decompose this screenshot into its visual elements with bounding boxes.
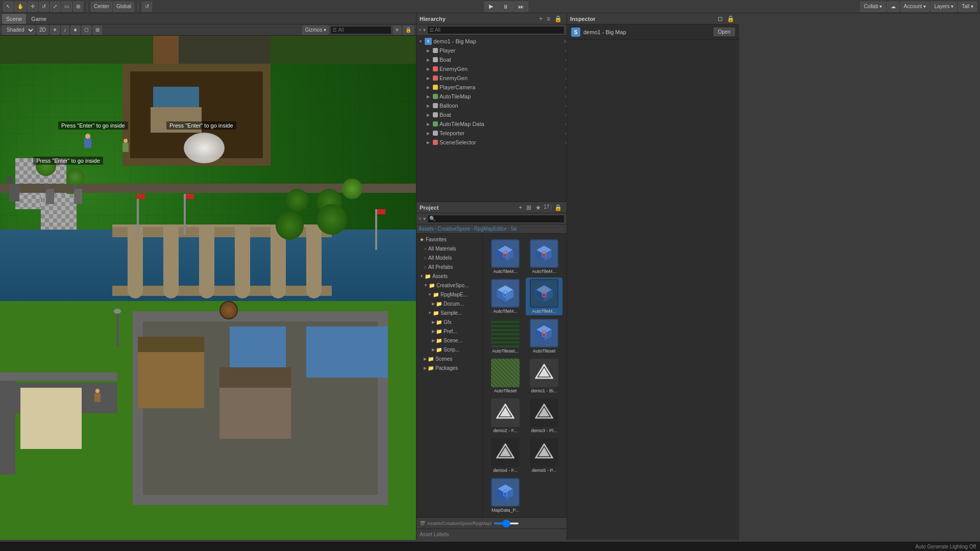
hierarchy-lock-btn[interactable]: 🔒	[553, 15, 564, 22]
asset-autotilem-2[interactable]: {} AutoTileM...	[526, 238, 562, 276]
hierarchy-scene-root[interactable]: ▼ S demo1 - Big Map ≡	[416, 37, 567, 46]
breadcrumb-sa[interactable]: Sa	[510, 226, 517, 232]
hierarchy-enemygen2-label: EnemyGen	[439, 75, 468, 81]
audio-btn[interactable]: ♪	[61, 26, 69, 35]
asset-mapdata[interactable]: {} MapData_P...	[487, 477, 524, 514]
autotilemap-arrow: ▶	[427, 94, 433, 99]
ptree-scenes-root[interactable]: ▶ 📁 Scenes	[416, 354, 482, 363]
hierarchy-item-boat1[interactable]: ▶ Boat ›	[416, 55, 567, 64]
inspector-debug-btn[interactable]: ⊡	[716, 15, 724, 22]
scene-tab[interactable]: Scene	[2, 14, 26, 24]
scene-canvas[interactable]: Press "Enter" to go inside Press "Enter"…	[0, 36, 416, 540]
shaded-dropdown[interactable]: Shaded	[2, 26, 35, 35]
asset-autotileset-cube[interactable]: {} AutoTileset	[526, 317, 562, 355]
scene-search-input[interactable]	[330, 26, 391, 34]
project-lock-btn[interactable]: 🔒	[553, 204, 564, 211]
account-btn[interactable]: Account ▾	[900, 2, 930, 12]
asset-autotilem-3[interactable]: {} AutoTileM...	[487, 278, 524, 315]
center-btn[interactable]: Center	[91, 2, 112, 12]
gfx-arrow: ▶	[432, 320, 435, 324]
ptree-all-materials[interactable]: ○ All Materials	[416, 244, 482, 253]
hierarchy-item-playercamera[interactable]: ▶ PlayerCamera ›	[416, 83, 567, 92]
asset-thumb-10	[530, 398, 558, 427]
hierarchy-search-input[interactable]	[427, 26, 565, 34]
top-toolbar: ↖ ✋ ✛ ↺ ⤢ ▭ ⊞ Center Global ↺ ▶ ⏸ ⏭ Coll…	[0, 0, 980, 13]
ptree-favorites[interactable]: ★ Favorites	[416, 235, 482, 244]
hierarchy-item-autotilemap[interactable]: ▶ AutoTileMap ›	[416, 92, 567, 101]
asset-demo3[interactable]: demo3 - Pl...	[526, 397, 562, 435]
pause-btn[interactable]: ⏸	[498, 2, 513, 12]
ptree-assets[interactable]: ▼ 📁 Assets	[416, 271, 482, 281]
asset-autotilem-4[interactable]: {} AutoTileM...	[526, 278, 562, 315]
hierarchy-item-enemygen2[interactable]: ▶ EnemyGen ›	[416, 73, 567, 83]
ptree-scripts[interactable]: ▶ 📁 Scrip...	[416, 345, 482, 354]
ptree-prefabs[interactable]: ▶ 📁 Pref...	[416, 327, 482, 336]
hand-tool[interactable]: ✋	[14, 2, 27, 12]
scene-options-btn[interactable]: ≡	[393, 26, 401, 35]
hierarchy-scene-label: demo1 - Big Map	[433, 38, 476, 44]
asset-autotilem-1[interactable]: {} AutoTileM...	[487, 238, 524, 276]
asset-demo2[interactable]: demo2 - F...	[487, 397, 524, 435]
step-btn[interactable]: ⏭	[513, 2, 528, 12]
breadcrumb-creativespore[interactable]: CreativeSpore	[437, 226, 470, 232]
cloud-btn[interactable]: ☁	[887, 2, 899, 12]
ptree-samples[interactable]: ▼ 📁 Sample...	[416, 308, 482, 317]
effects-btn[interactable]: ★	[70, 26, 80, 35]
asset-autotileset-texture[interactable]: AutoTileset...	[487, 317, 524, 355]
project-star-btn[interactable]: ★	[534, 204, 543, 211]
scale-tool[interactable]: ⤢	[50, 2, 60, 12]
ptree-creativespore[interactable]: ▼ 📁 CreativeSpo...	[416, 281, 482, 290]
breadcrumb-assets[interactable]: Assets	[419, 226, 434, 232]
asset-demo5[interactable]: demo5 - P...	[526, 437, 562, 474]
extra-tool[interactable]: ↺	[142, 2, 152, 12]
project-search-input[interactable]	[427, 215, 565, 223]
rect-tool[interactable]: ▭	[61, 2, 72, 12]
light-btn[interactable]: ☀	[50, 26, 60, 35]
tall-btn[interactable]: Tall ▾	[958, 2, 977, 12]
custom-tool[interactable]: ⊞	[73, 2, 83, 12]
breadcrumb-rpgmapeditor[interactable]: RpgMapEditor	[474, 226, 507, 232]
ptree-gfx[interactable]: ▶ 📁 Gfx	[416, 317, 482, 327]
ptree-documents[interactable]: ▶ 📁 Docum...	[416, 299, 482, 308]
scene-tab-bar: Scene Game	[0, 13, 416, 24]
hierarchy-item-boat2[interactable]: ▶ Boat ›	[416, 110, 567, 119]
play-btn[interactable]: ▶	[484, 2, 498, 12]
ptree-all-models[interactable]: ○ All Models	[416, 253, 482, 262]
hierarchy-item-sceneselector[interactable]: ▶ SceneSelector ›	[416, 138, 567, 147]
project-add-btn[interactable]: +	[517, 204, 524, 211]
nav-btn[interactable]: ⬡	[82, 26, 91, 35]
scene-lock-btn[interactable]: 🔒	[403, 26, 414, 35]
asset-autotileset-texture2[interactable]: AutoTileset	[487, 357, 524, 395]
ptree-all-prefabs[interactable]: ○ All Prefabs	[416, 262, 482, 271]
all-prefabs-label: All Prefabs	[428, 264, 453, 270]
layers-btn[interactable]: Layers ▾	[930, 2, 957, 12]
move-tool[interactable]: ✛	[28, 2, 38, 12]
game-tab[interactable]: Game	[27, 14, 51, 24]
global-btn[interactable]: Global	[113, 2, 134, 12]
hierarchy-add-btn[interactable]: +	[537, 15, 544, 22]
zoom-slider[interactable]	[494, 522, 519, 524]
inspector-object-name: demo1 - Big Map	[583, 29, 626, 35]
svg-text:{}: {}	[542, 249, 547, 258]
2d-btn[interactable]: 2D	[37, 26, 48, 35]
ptree-packages[interactable]: ▶ 📁 Packages	[416, 363, 482, 372]
rotate-tool[interactable]: ↺	[39, 2, 49, 12]
gizmos-btn[interactable]: Gizmos ▾	[302, 26, 329, 35]
extra-btn[interactable]: ⊞	[93, 26, 102, 35]
inspector-lock-btn[interactable]: 🔒	[725, 15, 736, 22]
hierarchy-item-autotilemapdata[interactable]: ▶ AutoTileMap Data ›	[416, 119, 567, 129]
asset-demo4[interactable]: demo4 - F...	[487, 437, 524, 474]
ptree-rpgmapeditor[interactable]: ▼ 📁 RpgMapE...	[416, 290, 482, 299]
collab-btn[interactable]: Collab ▾	[860, 2, 886, 12]
ptree-scenes[interactable]: ▶ 📁 Scene...	[416, 336, 482, 345]
pointer-tool[interactable]: ↖	[3, 2, 13, 12]
inspector-open-btn[interactable]: Open	[714, 28, 735, 36]
hierarchy-item-teleporter[interactable]: ▶ Teleporter ›	[416, 129, 567, 138]
asset-demo1[interactable]: demo1 - Bi...	[526, 357, 562, 395]
project-view-btn[interactable]: ⊞	[525, 204, 533, 211]
hierarchy-tree: ▼ S demo1 - Big Map ≡ ▶ Player › ▶ Boat	[416, 36, 567, 202]
hierarchy-item-player[interactable]: ▶ Player ›	[416, 46, 567, 55]
hierarchy-item-enemygen1[interactable]: ▶ EnemyGen ›	[416, 64, 567, 73]
hierarchy-menu-btn[interactable]: ≡	[545, 15, 552, 22]
hierarchy-item-balloon[interactable]: ▶ Balloon ›	[416, 101, 567, 110]
